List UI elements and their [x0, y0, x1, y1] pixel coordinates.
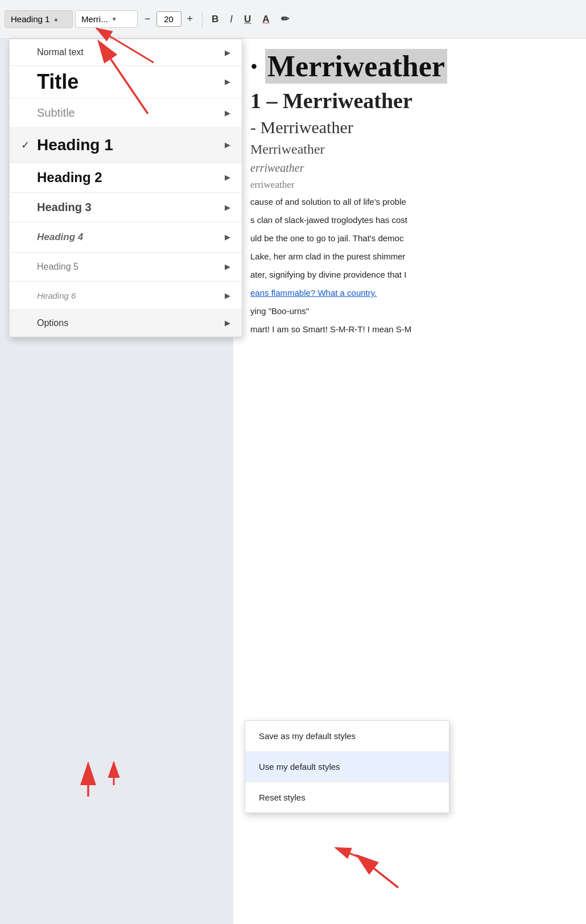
doc-heading3: erriweather — [250, 162, 569, 175]
sub-options-menu: Save as my default styles Use my default… — [245, 720, 449, 813]
doc-heading4: erriweather — [250, 179, 569, 191]
dropdown-label-title: Title — [35, 71, 225, 93]
dropdown-item-normal-text[interactable]: Normal text ▶ — [10, 39, 242, 66]
doc-body-5: ater, signifying by divine providence th… — [250, 268, 569, 282]
sub-option-reset-styles[interactable]: Reset styles — [245, 782, 449, 812]
dropdown-label-heading3: Heading 3 — [35, 201, 225, 214]
dropdown-item-heading3[interactable]: Heading 3 ▶ — [10, 193, 242, 222]
dropdown-arrow-heading4: ▶ — [225, 233, 230, 241]
sub-option-use-default[interactable]: Use my default styles — [245, 752, 449, 782]
font-dropdown-button[interactable]: Merri... ▼ — [75, 10, 138, 28]
dropdown-item-heading2[interactable]: Heading 2 ▶ — [10, 163, 242, 193]
font-size-input[interactable] — [156, 11, 181, 27]
doc-link[interactable]: eans flammable? What a country. — [250, 288, 377, 298]
font-chevron-icon: ▼ — [112, 16, 117, 22]
doc-title-highlighted: Merriweather — [265, 49, 447, 84]
font-size-group: − + — [140, 11, 197, 27]
doc-body-1: cause of and solution to all of life's p… — [250, 195, 569, 209]
dropdown-arrow-normal: ▶ — [225, 48, 230, 57]
dropdown-item-heading1[interactable]: ✓ Heading 1 ▶ — [10, 128, 242, 163]
dropdown-label-heading1: Heading 1 — [35, 136, 225, 154]
style-chevron-icon: ▲ — [53, 16, 59, 22]
doc-title: · Merriweather — [250, 50, 569, 82]
style-label: Heading 1 — [11, 14, 49, 24]
italic-button[interactable]: I — [225, 11, 237, 28]
sub-option-save-default[interactable]: Save as my default styles — [245, 721, 449, 752]
doc-body-4: Lake, her arm clad in the purest shimmer — [250, 250, 569, 263]
dropdown-label-heading2: Heading 2 — [35, 170, 225, 185]
dropdown-item-heading5[interactable]: Heading 5 ▶ — [10, 253, 242, 282]
toolbar: Heading 1 ▲ Merri... ▼ − + B I U A ✏ — [0, 0, 586, 39]
dropdown-label-options: Options — [35, 318, 225, 328]
dropdown-label-normal: Normal text — [35, 47, 225, 57]
dropdown-check-heading1: ✓ — [21, 139, 35, 151]
font-label: Merri... — [81, 14, 108, 24]
dropdown-arrow-heading1: ▶ — [225, 141, 230, 149]
doc-heading2: - Merriweather — [250, 118, 569, 137]
font-size-decrease-button[interactable]: − — [140, 11, 155, 27]
doc-body-2: s clan of slack-jawed troglodytes has co… — [250, 213, 569, 227]
dropdown-label-heading5: Heading 5 — [35, 262, 225, 272]
dropdown-item-title[interactable]: Title ▶ — [10, 66, 242, 98]
dropdown-item-heading6[interactable]: Heading 6 ▶ — [10, 282, 242, 310]
bold-button[interactable]: B — [207, 11, 223, 28]
underline-button[interactable]: U — [240, 11, 255, 28]
toolbar-separator — [202, 11, 203, 27]
doc-title-bold: · Merriweather — [250, 49, 447, 84]
highlight-button[interactable]: ✏ — [277, 10, 294, 28]
dropdown-arrow-heading5: ▶ — [225, 262, 230, 271]
dropdown-item-subtitle[interactable]: Subtitle ▶ — [10, 98, 242, 128]
dropdown-arrow-heading2: ▶ — [225, 173, 230, 182]
dropdown-arrow-subtitle: ▶ — [225, 109, 230, 117]
doc-heading1: 1 – Merriweather — [250, 88, 569, 113]
dropdown-arrow-title: ▶ — [225, 77, 230, 86]
doc-body-3: uld be the one to go to jail. That's dem… — [250, 232, 569, 245]
dropdown-arrow-options: ▶ — [225, 319, 230, 327]
dropdown-item-options[interactable]: Options ▶ — [10, 310, 242, 337]
font-size-increase-button[interactable]: + — [183, 11, 198, 27]
dropdown-label-heading4: Heading 4 — [35, 232, 225, 243]
doc-body-link: eans flammable? What a country. — [250, 286, 569, 300]
font-color-button[interactable]: A — [258, 11, 274, 28]
dropdown-arrow-heading6: ▶ — [225, 291, 230, 300]
dropdown-label-subtitle: Subtitle — [35, 106, 225, 119]
style-dropdown-menu: Normal text ▶ Title ▶ Subtitle ▶ ✓ Headi… — [9, 39, 242, 337]
doc-body-7: mart! I am so Smart! S-M-R-T! I mean S-M — [250, 323, 569, 336]
style-dropdown-button[interactable]: Heading 1 ▲ — [5, 10, 73, 28]
doc-heading2b: Merriweather — [250, 142, 569, 157]
dropdown-label-heading6: Heading 6 — [35, 291, 225, 300]
dropdown-arrow-heading3: ▶ — [225, 203, 230, 212]
dropdown-item-heading4[interactable]: Heading 4 ▶ — [10, 222, 242, 253]
doc-body-6: ying "Boo-urns" — [250, 304, 569, 318]
